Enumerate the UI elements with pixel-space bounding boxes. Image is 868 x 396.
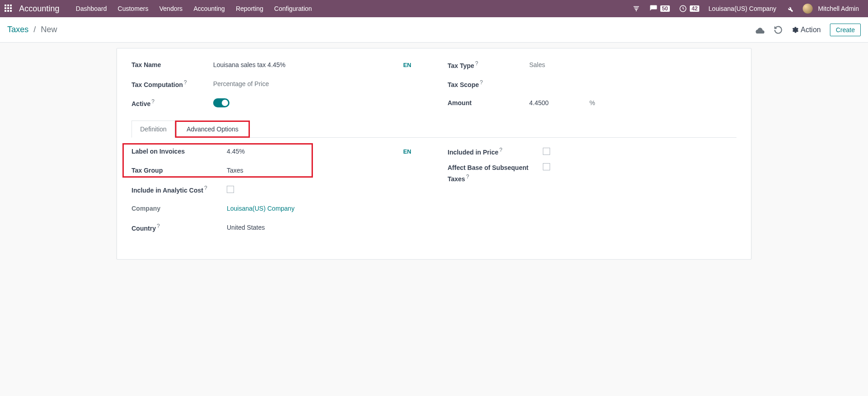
nav-configuration[interactable]: Configuration (269, 5, 317, 12)
discard-icon[interactable] (774, 25, 783, 34)
label-company: Company (132, 205, 227, 212)
user-menu[interactable]: Mitchell Admin (798, 4, 863, 14)
create-button[interactable]: Create (830, 24, 861, 36)
value-label-on-invoices[interactable]: 4.45% (227, 148, 245, 155)
value-tax-computation[interactable]: Percentage of Price (213, 80, 269, 87)
checkbox-include-analytic[interactable] (227, 186, 234, 193)
activity-icon[interactable]: 42 (674, 5, 704, 13)
help-icon[interactable]: ? (475, 60, 478, 67)
form-sheet: Tax Name Louisana sales tax 4.45% EN Tax… (117, 48, 751, 260)
chat-icon[interactable]: 50 (645, 5, 674, 13)
value-company[interactable]: Louisana(US) Company (227, 205, 294, 212)
user-name: Mitchell Admin (818, 5, 859, 12)
tools-icon[interactable] (781, 5, 798, 13)
amount-unit: % (590, 99, 595, 106)
nav-reporting[interactable]: Reporting (230, 5, 269, 12)
tab-content-advanced: Label on Invoices 4.45% EN Tax Group Tax… (132, 138, 736, 241)
nav-accounting[interactable]: Accounting (188, 5, 230, 12)
label-tax-type: Tax Type? (448, 60, 529, 69)
label-tax-group: Tax Group (132, 167, 227, 174)
field-include-analytic: Include in Analytic Cost? (132, 184, 420, 195)
field-tax-group: Tax Group Taxes (132, 165, 420, 176)
value-tax-name[interactable]: Louisana sales tax 4.45% (213, 61, 286, 68)
company-switcher[interactable]: Louisana(US) Company (704, 5, 780, 12)
field-tax-scope: Tax Scope? (448, 78, 736, 89)
company-name: Louisana(US) Company (708, 5, 776, 12)
label-affect-base: Affect Base of Subsequent Taxes? (448, 163, 543, 184)
lang-toggle-invoice[interactable]: EN (403, 148, 420, 155)
breadcrumb-current: New (41, 25, 57, 34)
field-amount: Amount 4.4500 % (448, 97, 736, 108)
label-tax-name: Tax Name (132, 61, 213, 68)
apps-icon[interactable] (5, 5, 13, 13)
breadcrumb-root[interactable]: Taxes (7, 25, 29, 34)
app-title[interactable]: Accounting (19, 4, 59, 14)
label-include-analytic: Include in Analytic Cost? (132, 185, 227, 194)
tab-definition[interactable]: Definition (132, 121, 175, 138)
field-included-in-price: Included in Price? (448, 146, 736, 157)
checkbox-included-in-price[interactable] (543, 148, 550, 155)
tab-advanced-options[interactable]: Advanced Options (175, 121, 249, 138)
field-country: Country? United States (132, 222, 420, 233)
toggle-active[interactable] (213, 98, 229, 107)
lang-toggle-name[interactable]: EN (403, 62, 420, 68)
value-tax-type[interactable]: Sales (529, 61, 545, 68)
breadcrumb: Taxes / New (7, 25, 57, 34)
value-tax-group[interactable]: Taxes (227, 167, 244, 174)
field-tax-name: Tax Name Louisana sales tax 4.45% EN (132, 59, 420, 70)
field-company: Company Louisana(US) Company (132, 203, 420, 214)
avatar (803, 4, 813, 14)
label-tax-computation: Tax Computation? (132, 79, 213, 88)
tabs: Definition Advanced Options (132, 120, 736, 138)
label-active: Active? (132, 98, 213, 107)
field-label-on-invoices: Label on Invoices 4.45% EN (132, 146, 420, 157)
label-label-on-invoices: Label on Invoices (132, 148, 227, 155)
help-icon[interactable]: ? (157, 223, 160, 229)
nav-dashboard[interactable]: Dashboard (70, 5, 112, 12)
top-navbar: Accounting Dashboard Customers Vendors A… (0, 0, 868, 17)
control-panel: Taxes / New Action Create (0, 17, 868, 43)
field-affect-base: Affect Base of Subsequent Taxes? (448, 163, 736, 184)
help-icon[interactable]: ? (204, 185, 207, 191)
action-label: Action (801, 26, 821, 34)
voip-icon[interactable] (628, 5, 645, 13)
cloud-save-icon[interactable] (756, 26, 765, 34)
label-included-in-price: Included in Price? (448, 147, 543, 156)
checkbox-affect-base[interactable] (543, 163, 550, 170)
field-tax-computation: Tax Computation? Percentage of Price (132, 78, 420, 89)
value-country[interactable]: United States (227, 224, 265, 231)
field-active: Active? (132, 97, 420, 108)
action-dropdown[interactable]: Action (792, 26, 821, 34)
label-amount: Amount (448, 99, 529, 106)
label-tax-scope: Tax Scope? (448, 79, 529, 88)
help-icon[interactable]: ? (151, 98, 155, 105)
chat-badge: 50 (660, 5, 670, 12)
breadcrumb-separator: / (31, 25, 39, 34)
nav-customers[interactable]: Customers (112, 5, 154, 12)
activity-badge: 42 (690, 5, 699, 12)
help-icon[interactable]: ? (184, 79, 187, 86)
help-icon[interactable]: ? (499, 147, 502, 153)
help-icon[interactable]: ? (480, 79, 483, 86)
label-country: Country? (132, 223, 227, 232)
value-amount[interactable]: 4.4500 (529, 99, 549, 106)
nav-vendors[interactable]: Vendors (154, 5, 188, 12)
field-tax-type: Tax Type? Sales (448, 59, 736, 70)
help-icon[interactable]: ? (466, 174, 469, 180)
